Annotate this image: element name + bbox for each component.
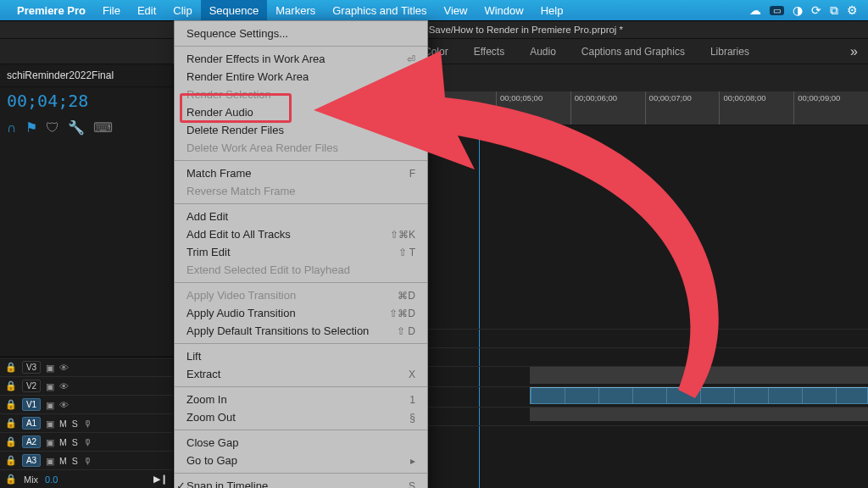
tab-effects[interactable]: Effects xyxy=(474,46,504,58)
menu-item-snap-in-timeline[interactable]: Snap in TimelineS xyxy=(175,477,427,488)
menu-clip[interactable]: Clip xyxy=(164,0,200,20)
menu-item-shortcut: ⇧⌘K xyxy=(390,229,415,241)
fx-icon[interactable]: ▣ xyxy=(46,381,54,391)
lock-icon[interactable]: 🔒 xyxy=(5,362,17,373)
timecode-display[interactable]: 00;04;28 xyxy=(0,87,173,118)
track-headers: 🔒V3▣👁🔒V2▣👁🔒V1▣👁 🔒A1▣MS🎙🔒A2▣MS🎙🔒A3▣MS🎙 🔒 … xyxy=(0,357,173,488)
eye-icon[interactable]: 👁 xyxy=(59,381,69,391)
settings-icon[interactable]: ⚙︎ xyxy=(847,3,858,17)
menu-file[interactable]: File xyxy=(94,0,129,20)
menu-separator xyxy=(175,46,427,47)
sync-icon[interactable]: ⟳ xyxy=(811,3,821,17)
mute-button[interactable]: M xyxy=(59,437,67,447)
fx-icon[interactable]: ▣ xyxy=(46,456,54,466)
track-label[interactable]: V1 xyxy=(22,398,41,411)
menu-item-close-gap[interactable]: Close Gap xyxy=(175,434,427,452)
tab-audio[interactable]: Audio xyxy=(530,46,556,58)
menu-window[interactable]: Window xyxy=(476,0,531,20)
menu-item-add-edit[interactable]: Add Edit xyxy=(175,208,427,225)
menu-item-apply-default-transitions-to-selection[interactable]: Apply Default Transitions to Selection⇧ … xyxy=(175,322,427,340)
ruler-tick: 00;00;05;00 xyxy=(496,92,570,125)
menu-item-label: Go to Gap xyxy=(186,454,237,467)
menu-item-go-to-gap[interactable]: Go to Gap▸ xyxy=(175,452,427,469)
mic-icon[interactable]: 🎙 xyxy=(83,456,92,466)
solo-button[interactable]: S xyxy=(72,419,78,429)
lock-icon[interactable]: 🔒 xyxy=(5,399,17,410)
video-clip[interactable] xyxy=(530,367,868,384)
link-icon[interactable]: ⌨ xyxy=(93,119,113,136)
eye-icon[interactable]: 👁 xyxy=(59,400,69,410)
solo-button[interactable]: S xyxy=(72,456,78,466)
tag-icon[interactable]: 🛡︎ xyxy=(46,120,59,136)
menu-item-apply-audio-transition[interactable]: Apply Audio Transition⇧⌘D xyxy=(175,304,427,322)
menu-markers[interactable]: Markers xyxy=(267,0,324,20)
menu-item-trim-edit[interactable]: Trim Edit⇧ T xyxy=(175,243,427,261)
menu-item-render-audio[interactable]: Render Audio xyxy=(175,103,427,121)
track-label[interactable]: A3 xyxy=(22,454,41,467)
lock-icon[interactable]: 🔒 xyxy=(5,436,17,447)
menu-item-label: Apply Audio Transition xyxy=(186,307,296,319)
menu-item-label: Render Audio xyxy=(186,106,253,119)
menu-item-render-entire-work-area[interactable]: Render Entire Work AreaM xyxy=(175,68,427,86)
track-header-a2[interactable]: 🔒A2▣MS🎙 xyxy=(0,432,173,451)
track-header-v2[interactable]: 🔒V2▣👁 xyxy=(0,376,173,395)
menu-item-zoom-in[interactable]: Zoom In1 xyxy=(175,391,427,408)
audio-clip[interactable] xyxy=(530,387,868,404)
fx-icon[interactable]: ▣ xyxy=(46,400,54,410)
lock-icon[interactable]: 🔒 xyxy=(5,380,17,391)
menu-item-label: Reverse Match Frame xyxy=(186,185,296,197)
wrench-icon[interactable]: 🔧 xyxy=(68,119,85,136)
track-label[interactable]: V2 xyxy=(22,380,41,392)
menu-view[interactable]: View xyxy=(436,0,476,20)
mic-icon[interactable]: 🎙 xyxy=(83,419,92,429)
battery-icon[interactable]: ▭ xyxy=(770,6,784,15)
overflow-chevron-icon[interactable]: » xyxy=(850,44,858,59)
tab-captions-and-graphics[interactable]: Captions and Graphics xyxy=(581,46,685,58)
mic-icon[interactable]: 🎙 xyxy=(83,437,92,447)
menu-item-delete-work-area-render-files: Delete Work Area Render Files xyxy=(175,139,427,157)
snap-icon[interactable]: ∩ xyxy=(7,120,17,136)
mute-button[interactable]: M xyxy=(59,456,67,466)
menu-item-match-frame[interactable]: Match FrameF xyxy=(175,164,427,182)
wifi-icon[interactable]: ⧉ xyxy=(830,3,838,18)
track-label[interactable]: A2 xyxy=(22,435,41,448)
shield-icon[interactable]: ◑ xyxy=(793,3,803,17)
menu-item-render-effects-in-work-area[interactable]: Render Effects in Work Area⏎ xyxy=(175,50,427,68)
menu-item-add-edit-to-all-tracks[interactable]: Add Edit to All Tracks⇧⌘K xyxy=(175,225,427,243)
lock-icon[interactable]: 🔒 xyxy=(5,455,17,466)
menu-help[interactable]: Help xyxy=(532,0,572,20)
menu-sequence[interactable]: Sequence xyxy=(201,0,268,20)
fx-icon[interactable]: ▣ xyxy=(46,363,54,373)
fx-icon[interactable]: ▣ xyxy=(46,419,54,429)
menu-item-zoom-out[interactable]: Zoom Out§ xyxy=(175,408,427,426)
play-icon[interactable]: ▶❙ xyxy=(153,474,168,485)
solo-button[interactable]: S xyxy=(72,437,78,447)
menu-item-extract[interactable]: ExtractX xyxy=(175,365,427,383)
menu-item-sequence-settings[interactable]: Sequence Settings... xyxy=(175,25,427,42)
menu-edit[interactable]: Edit xyxy=(129,0,164,20)
lock-icon[interactable]: 🔒 xyxy=(5,474,17,485)
cloud-icon[interactable]: ☁︎ xyxy=(749,3,761,17)
lock-icon[interactable]: 🔒 xyxy=(5,418,17,429)
menu-item-render-selection: Render Selection xyxy=(175,86,427,103)
marker-icon[interactable]: ⚑ xyxy=(25,119,37,136)
menu-item-shortcut: ⇧⌘D xyxy=(389,308,415,319)
fx-icon[interactable]: ▣ xyxy=(46,437,54,447)
menu-item-label: Render Entire Work Area xyxy=(186,70,309,83)
workspace-tabs: ColorEffectsAudioCaptions and GraphicsLi… xyxy=(0,39,868,64)
track-header-a1[interactable]: 🔒A1▣MS🎙 xyxy=(0,413,173,432)
mix-level[interactable]: 0.0 xyxy=(45,474,58,485)
tab-libraries[interactable]: Libraries xyxy=(710,46,749,58)
audio-clip-a2[interactable] xyxy=(530,408,868,421)
track-label[interactable]: A1 xyxy=(22,417,41,430)
menu-item-delete-render-files[interactable]: Delete Render Files xyxy=(175,121,427,139)
mute-button[interactable]: M xyxy=(59,419,67,429)
menu-item-lift[interactable]: Lift xyxy=(175,347,427,365)
menu-graphics-and-titles[interactable]: Graphics and Titles xyxy=(324,0,435,20)
track-header-a3[interactable]: 🔒A3▣MS🎙 xyxy=(0,451,173,469)
track-header-v3[interactable]: 🔒V3▣👁 xyxy=(0,358,173,376)
menu-item-label: Extend Selected Edit to Playhead xyxy=(186,263,350,276)
eye-icon[interactable]: 👁 xyxy=(59,363,69,373)
track-header-v1[interactable]: 🔒V1▣👁 xyxy=(0,395,173,413)
track-label[interactable]: V3 xyxy=(22,361,41,374)
